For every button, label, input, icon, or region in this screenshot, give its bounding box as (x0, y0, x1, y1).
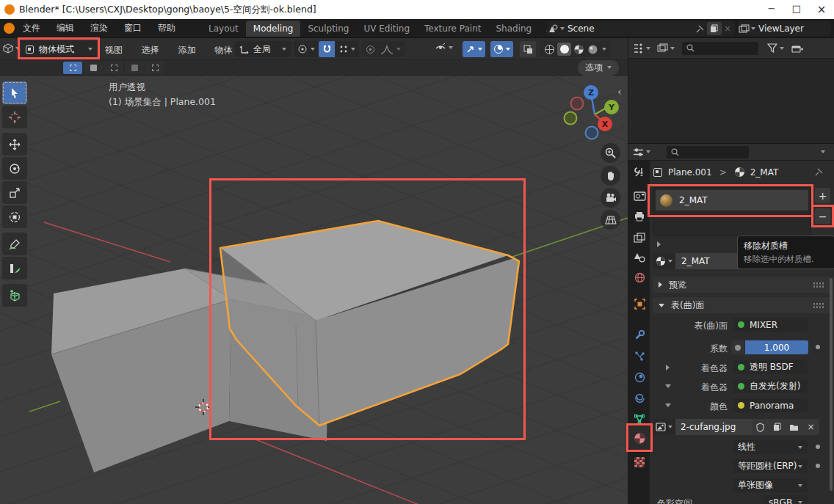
panel-drag-grip[interactable] (813, 302, 824, 309)
tab-texture[interactable] (628, 453, 650, 472)
editor-outliner-icon[interactable] (633, 43, 644, 54)
toolbar-measure[interactable] (2, 257, 27, 280)
mode-dropdown[interactable]: 物体模式 (21, 41, 97, 57)
sidebar-collapse-arrow[interactable]: ‹ (617, 86, 622, 98)
toolbar-transform[interactable] (2, 205, 27, 228)
tab-uv-editing[interactable]: UV Editing (356, 21, 417, 37)
properties-search-input[interactable] (667, 146, 749, 158)
gizmo-minus-x-axis[interactable] (571, 98, 584, 110)
tab-view-layer[interactable] (628, 228, 650, 247)
tab-scene[interactable] (628, 248, 650, 267)
shader1-button[interactable]: 透明 BSDF (733, 360, 808, 374)
tab-modeling[interactable]: Modeling (246, 21, 301, 37)
editor-properties-icon[interactable] (633, 147, 644, 157)
color-button[interactable]: Panorama (733, 398, 808, 412)
preview-panel-header[interactable]: 预览 (653, 277, 830, 293)
tab-layout[interactable]: Layout (201, 21, 246, 37)
menu-window[interactable]: 窗口 (124, 22, 142, 34)
toolbar-scale[interactable] (2, 181, 27, 204)
camera-view-button[interactable] (601, 188, 620, 208)
shading-material-icon[interactable] (573, 44, 584, 55)
factor-socket[interactable] (731, 340, 744, 354)
shading-wireframe-icon[interactable] (544, 44, 555, 55)
tab-output[interactable] (628, 207, 650, 226)
surface-shader-button[interactable]: MIXER (733, 318, 808, 332)
overlays-toggle[interactable] (490, 41, 513, 57)
zoom-view-button[interactable] (601, 143, 620, 163)
tool-options-dropdown[interactable]: 选项 (578, 60, 619, 76)
animate-dot-icon[interactable] (816, 345, 820, 349)
xray-toggle[interactable] (520, 41, 536, 57)
navigation-gizmo[interactable]: Z Y X (562, 80, 626, 143)
tab-object[interactable] (628, 294, 650, 313)
display-mode-icon[interactable] (657, 43, 668, 53)
animate-dot-icon[interactable] (816, 464, 820, 468)
panel-drag-grip[interactable] (813, 282, 824, 288)
unlink-scene-icon[interactable]: × (724, 23, 731, 34)
tab-render[interactable] (628, 186, 650, 205)
toolbar-move[interactable] (2, 133, 27, 156)
new-collection-icon[interactable] (791, 43, 803, 54)
tab-world[interactable] (628, 268, 650, 287)
slot-expand-arrow[interactable] (657, 241, 661, 247)
shader2-button[interactable]: 自发光(发射) (733, 379, 808, 393)
gizmo-minus-y-axis[interactable] (565, 112, 577, 125)
filter-funnel-icon[interactable] (767, 43, 777, 53)
pan-view-button[interactable] (601, 166, 620, 186)
outliner-search-input[interactable] (682, 42, 758, 55)
tab-modifiers[interactable] (628, 325, 650, 344)
pivot-dropdown[interactable] (294, 41, 319, 57)
colorspace-dropdown[interactable]: sRGB (764, 495, 808, 504)
scene-selector[interactable]: Scene × (547, 21, 735, 36)
pin-icon[interactable] (695, 24, 705, 34)
select-mode-new[interactable] (63, 62, 82, 74)
menu-file[interactable]: 文件 (23, 22, 40, 34)
breadcrumb-material[interactable]: 2_MAT (750, 167, 779, 178)
projection-dropdown[interactable]: 等距圆柱(ERP) (733, 459, 808, 473)
tab-constraints[interactable] (628, 388, 650, 407)
select-mode-invert[interactable] (125, 62, 144, 74)
toolbar-cursor[interactable] (2, 106, 27, 128)
snap-settings-dropdown[interactable] (336, 41, 359, 57)
menu-edit[interactable]: 编辑 (57, 22, 74, 34)
surface-panel-header[interactable]: 表(曲)面 (653, 297, 830, 313)
select-mode-subtract[interactable] (104, 62, 123, 74)
new-image-button[interactable] (769, 419, 786, 435)
visibility-dropdown[interactable] (435, 43, 453, 53)
shading-rendered-icon[interactable] (587, 44, 598, 55)
remove-material-slot-button[interactable]: − (815, 208, 830, 224)
tab-sculpting[interactable]: Sculpting (300, 21, 356, 37)
source-dropdown[interactable]: 单张图像 (733, 478, 808, 492)
tab-physics[interactable] (628, 368, 650, 387)
animate-dot-icon[interactable] (816, 445, 820, 449)
blender-menu-icon[interactable] (4, 23, 15, 34)
maximize-button[interactable]: □ (784, 3, 809, 16)
menu-view[interactable]: 视图 (105, 45, 123, 55)
tab-tool[interactable] (628, 162, 650, 181)
orientation-dropdown[interactable]: 全局 (235, 41, 291, 57)
toolbar-add-cube[interactable] (2, 284, 27, 307)
image-fake-user-toggle[interactable] (752, 419, 769, 435)
gizmo-minus-z-axis[interactable] (586, 127, 598, 139)
toolbar-select-box[interactable] (2, 81, 27, 104)
properties-scrollbar[interactable] (830, 278, 833, 491)
minimize-button[interactable]: − (759, 3, 784, 16)
shading-solid-button[interactable] (557, 43, 571, 56)
viewport[interactable]: 用户透视 (1) 场景集合 | Plane.001 (0, 76, 628, 504)
tab-particles[interactable] (628, 346, 650, 365)
viewlayer-selector[interactable]: ViewLayer (739, 21, 831, 36)
pin-icon[interactable] (814, 167, 824, 177)
add-material-slot-button[interactable]: + (815, 188, 830, 203)
menu-select[interactable]: 选择 (142, 45, 159, 55)
factor-slider[interactable]: 1.000 (745, 340, 808, 354)
menu-add[interactable]: 添加 (178, 45, 196, 55)
menu-render[interactable]: 渲染 (90, 22, 108, 34)
image-name-field[interactable]: 2-cufang.jpg (675, 419, 752, 435)
unlink-image-button[interactable]: × (802, 419, 819, 435)
editor-type-button[interactable] (2, 43, 20, 54)
open-image-button[interactable] (786, 419, 802, 435)
gizmos-toggle[interactable] (463, 41, 485, 57)
new-scene-button[interactable] (707, 22, 722, 35)
toolbar-annotate[interactable] (2, 233, 27, 255)
snap-toggle[interactable] (319, 41, 335, 57)
